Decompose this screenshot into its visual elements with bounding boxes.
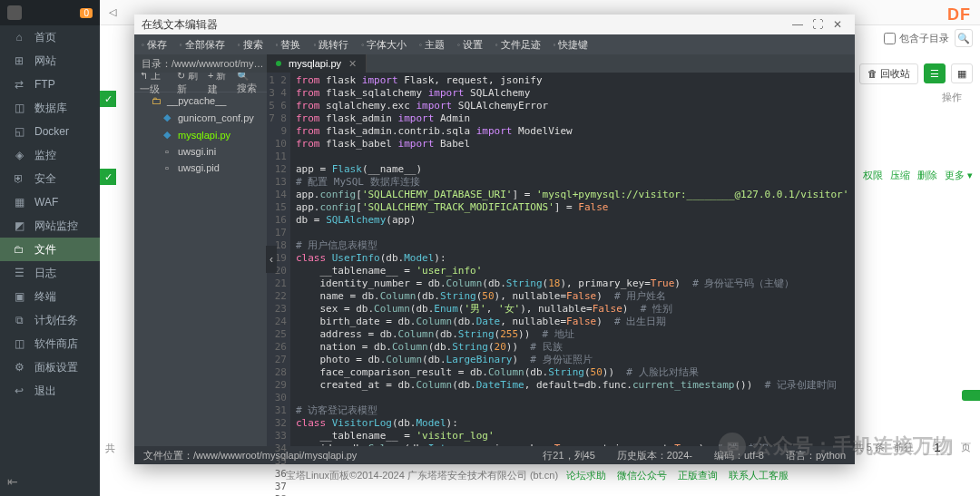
nav-label: 数据库 <box>34 101 67 116</box>
nav-icon: ▦ <box>13 196 25 209</box>
status-filepath: 文件位置：/www/wwwroot/mysqlapi/mysqlapi.py <box>143 449 521 462</box>
status-cursor-pos: 行21，列45 <box>543 449 594 462</box>
nav-label: FTP <box>34 78 55 91</box>
row-action[interactable]: 压缩 <box>890 169 910 182</box>
filetree-item[interactable]: ◆gunicorn_conf.py <box>134 109 267 126</box>
filetree-item-name: uwsgi.ini <box>178 146 216 157</box>
filetree-item[interactable]: ◆mysqlapi.py <box>134 126 267 143</box>
row-check-1[interactable]: ✓ <box>100 91 116 107</box>
nav-item-14[interactable]: ⚙面板设置 <box>0 355 100 379</box>
editor-toolbar-item-0[interactable]: 保存 <box>142 38 167 52</box>
row-action[interactable]: 更多 ▾ <box>945 169 973 182</box>
nav-icon: ⌂ <box>13 31 25 44</box>
filetree-item[interactable]: ▫uwsgi.pid <box>134 160 267 176</box>
editor-toolbar-item-4[interactable]: 跳转行 <box>313 38 348 52</box>
file-tree: ↰ 上一级↻ 刷新+ 新建🔍 搜索 🗀__pycache__◆gunicorn_… <box>134 73 267 446</box>
path-label: 目录： <box>142 58 172 69</box>
nav-label: 软件商店 <box>34 336 78 352</box>
nav-icon: ☰ <box>13 267 25 279</box>
minimize-button[interactable]: — <box>788 18 808 31</box>
back-icon[interactable]: ◁ <box>109 6 116 18</box>
code-editor[interactable]: ‹ 1 2 3 4 5 6 7 8 9 10 11 12 13 14 15 16… <box>267 73 855 446</box>
notification-badge[interactable]: 0 <box>80 8 93 18</box>
grid-view-button[interactable]: ▦ <box>951 63 973 83</box>
editor-toolbar-item-2[interactable]: 搜索 <box>238 38 263 52</box>
nav-item-2[interactable]: ⇄FTP <box>0 73 100 96</box>
nav-icon: ◫ <box>13 102 25 114</box>
filetree-tool-2[interactable]: + 新建 <box>208 73 228 96</box>
row-action[interactable]: 权限 <box>863 169 883 182</box>
tab-filename: mysqlapi.py <box>289 58 341 69</box>
nav-item-7[interactable]: ▦WAF <box>0 190 100 214</box>
include-subdir-checkbox[interactable]: 包含子目录 <box>884 32 949 45</box>
editor-toolbar-item-6[interactable]: 主题 <box>419 38 445 52</box>
nav-item-3[interactable]: ◫数据库 <box>0 96 100 120</box>
nav-item-12[interactable]: ⧉计划任务 <box>0 308 100 332</box>
nav-item-10[interactable]: ☰日志 <box>0 261 100 285</box>
nav-label: 退出 <box>34 384 56 399</box>
footer-goto-label: 前往 <box>894 441 914 454</box>
nav-icon: ◫ <box>13 337 25 350</box>
nav-item-4[interactable]: ◱Docker <box>0 120 100 143</box>
nav-label: 面板设置 <box>34 360 78 375</box>
nav-item-0[interactable]: ⌂首页 <box>0 25 100 49</box>
filetree-tool-0[interactable]: ↰ 上一级 <box>140 73 168 96</box>
footer-page-input[interactable] <box>923 439 952 455</box>
search-button[interactable]: 🔍 <box>955 29 973 47</box>
nav-item-13[interactable]: ◫软件商店 <box>0 332 100 355</box>
maximize-button[interactable]: ⛶ <box>808 18 828 31</box>
nav-item-6[interactable]: ⛨安全 <box>0 167 100 190</box>
nav-item-9[interactable]: 🗀文件 <box>0 238 100 261</box>
nav-item-8[interactable]: ◩网站监控 <box>0 214 100 238</box>
nav-label: 网站监控 <box>34 219 78 234</box>
editor-toolbar-item-5[interactable]: 字体大小 <box>361 38 407 52</box>
editor-toolbar-item-9[interactable]: 快捷键 <box>554 38 589 52</box>
nav-icon: ↩ <box>13 384 25 397</box>
support-tab[interactable]: 客服 <box>962 390 980 401</box>
nav-icon: ◈ <box>13 149 25 161</box>
editor-toolbar-item-1[interactable]: 全部保存 <box>180 38 225 52</box>
tab-close-icon[interactable]: ✕ <box>348 58 357 70</box>
tree-collapse-icon[interactable]: ‹ <box>266 246 277 273</box>
row-action[interactable]: 删除 <box>917 169 937 182</box>
footer-selection-count: 共 <box>105 442 115 455</box>
list-view-button[interactable]: ☰ <box>924 63 946 83</box>
status-language[interactable]: 语言：python <box>786 449 846 462</box>
nav-label: 监控 <box>34 148 56 163</box>
footer-link[interactable]: 联系人工客服 <box>729 470 789 481</box>
editor-tab[interactable]: mysqlapi.py ✕ <box>267 54 367 73</box>
filetree-item[interactable]: 🗀__pycache__ <box>134 92 267 109</box>
footer-page-unit: 页 <box>961 441 971 454</box>
editor-toolbar-item-3[interactable]: 替换 <box>276 38 301 52</box>
py-icon: ◆ <box>162 112 172 123</box>
nav-item-11[interactable]: ▣终端 <box>0 285 100 308</box>
footer-link[interactable]: 微信公众号 <box>617 470 667 481</box>
nav-label: 安全 <box>34 171 56 187</box>
filetree-item[interactable]: ▫uwsgi.ini <box>134 143 267 160</box>
recycle-bin-button[interactable]: 🗑 回收站 <box>859 63 918 84</box>
footer-link[interactable]: 论坛求助 <box>566 470 606 481</box>
main-sidebar: 0 ⌂首页⊞网站⇄FTP◫数据库◱Docker◈监控⛨安全▦WAF◩网站监控🗀文… <box>0 0 100 496</box>
editor-toolbar-item-7[interactable]: 设置 <box>457 38 483 52</box>
status-encoding[interactable]: 编码：utf-8 <box>714 449 764 462</box>
modal-titlebar[interactable]: 在线文本编辑器 — ⛶ ✕ <box>134 15 855 34</box>
footer-link[interactable]: 正版查询 <box>678 470 718 481</box>
text-editor-modal: 在线文本编辑器 — ⛶ ✕ 保存全部保存搜索替换跳转行字体大小主题设置文件足迹快… <box>134 15 855 464</box>
editor-toolbar-item-8[interactable]: 文件足迹 <box>495 38 541 52</box>
close-button[interactable]: ✕ <box>828 18 848 31</box>
avatar[interactable] <box>7 5 22 20</box>
column-header-action: 操作 <box>942 91 962 104</box>
nav-item-1[interactable]: ⊞网站 <box>0 49 100 73</box>
file-icon: ▫ <box>162 146 172 157</box>
logo-df: DF <box>947 5 971 24</box>
nav-item-15[interactable]: ↩退出 <box>0 379 100 403</box>
nav-icon: ▣ <box>13 290 25 303</box>
nav-icon: ⇄ <box>13 78 25 91</box>
filetree-tool-3[interactable]: 🔍 搜索 <box>237 73 261 95</box>
row-check-2[interactable]: ✓ <box>100 169 116 185</box>
nav-item-5[interactable]: ◈监控 <box>0 143 100 167</box>
sidebar-collapse-button[interactable]: ⇤ <box>7 474 18 489</box>
nav-icon: ⛨ <box>13 172 25 185</box>
status-history[interactable]: 历史版本：2024- <box>617 449 692 462</box>
filetree-tool-1[interactable]: ↻ 刷新 <box>177 73 199 96</box>
